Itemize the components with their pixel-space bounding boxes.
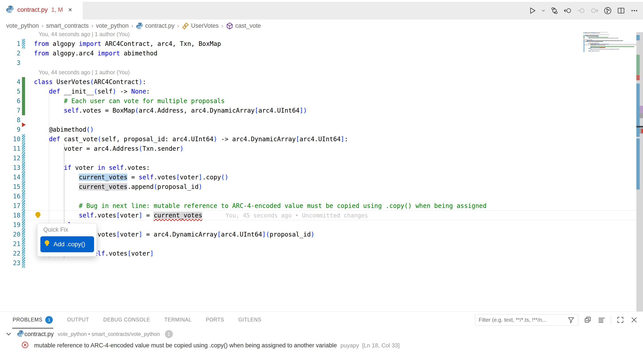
- minimap-line: [590, 46, 634, 47]
- line-number[interactable]: 21: [0, 240, 21, 248]
- line-number[interactable]: 11: [0, 145, 21, 152]
- view-as-table-icon[interactable]: [597, 316, 606, 324]
- line-number[interactable]: 2: [0, 50, 21, 57]
- open-changes-icon[interactable]: [563, 6, 573, 16]
- minimap-line: [598, 41, 603, 42]
- minimap-line: [590, 44, 596, 44]
- line-number[interactable]: 5: [0, 88, 21, 95]
- code-line-4[interactable]: 4class UserVotes(ARC4Contract):: [0, 77, 643, 87]
- file-history-icon[interactable]: [603, 6, 613, 16]
- line-number[interactable]: 12: [0, 154, 21, 162]
- code-line-1[interactable]: 1from algopy import ARC4Contract, arc4, …: [0, 39, 643, 48]
- code-line-14[interactable]: 14 current_votes = self.votes[voter].cop…: [0, 172, 643, 182]
- breadcrumb-label: smart_contracts: [46, 22, 89, 29]
- line-number[interactable]: 10: [0, 136, 21, 143]
- line-number[interactable]: 18: [0, 212, 21, 219]
- code-line-17[interactable]: 17 # Bug in next line: mutable reference…: [0, 201, 643, 210]
- gutter-hatch-decoration: [22, 182, 25, 192]
- line-number[interactable]: 6: [0, 97, 21, 105]
- code-line-6[interactable]: 6 # Each user can vote for multiple prop…: [0, 96, 643, 106]
- code-token: (): [86, 126, 94, 133]
- line-number[interactable]: 13: [0, 164, 21, 171]
- panel-tab-terminal[interactable]: TERMINAL: [164, 312, 192, 328]
- chevron-down-icon[interactable]: [5, 330, 13, 338]
- line-number[interactable]: 9: [0, 126, 21, 133]
- code-line-13[interactable]: 13 if voter in self.votes:: [0, 163, 643, 172]
- code-token: ]: [150, 250, 154, 257]
- inline-blame: You, 45 seconds ago • Uncommitted change…: [226, 212, 368, 219]
- code-line-2[interactable]: 2from algopy.arc4 import abimethod: [0, 48, 643, 58]
- line-number[interactable]: 23: [0, 259, 21, 267]
- code-token: (): [221, 174, 228, 181]
- breadcrumb-item-smart-contracts[interactable]: smart_contracts: [46, 22, 89, 29]
- maximize-panel-icon[interactable]: [616, 316, 625, 324]
- problems-filter[interactable]: [475, 314, 578, 326]
- quick-fix-add-copy-action[interactable]: Add .copy(): [40, 236, 94, 252]
- code-line-12[interactable]: 12: [0, 154, 643, 163]
- code-editor[interactable]: You, 44 seconds ago | 1 author (You)1fro…: [0, 32, 643, 312]
- line-number[interactable]: 22: [0, 250, 21, 257]
- minimap-line: [598, 35, 598, 36]
- gutter-hatch-decoration: [22, 220, 25, 230]
- code-line-7[interactable]: 7 self.votes = BoxMap(arc4.Address, arc4…: [0, 106, 643, 115]
- tab-contract-py[interactable]: contract.py 1, M ×: [0, 0, 83, 20]
- code-token: Txn.sender: [142, 145, 180, 152]
- code-token: voter: [120, 231, 139, 238]
- more-actions-icon[interactable]: [629, 6, 639, 16]
- code-line-9[interactable]: 9 @abimethod(): [0, 125, 643, 134]
- run-icon[interactable]: [527, 6, 537, 16]
- line-number[interactable]: 4: [0, 78, 21, 86]
- line-number[interactable]: 7: [0, 107, 21, 114]
- compare-changes-icon[interactable]: [549, 6, 560, 16]
- minimap-line: [590, 49, 592, 50]
- collapse-all-icon[interactable]: [583, 316, 592, 324]
- breadcrumb-item-vote-python[interactable]: vote_python: [6, 22, 39, 29]
- line-number[interactable]: 20: [0, 231, 21, 238]
- code-line-18[interactable]: 18 self.votes[voter] = current_votesYou,…: [0, 210, 643, 220]
- line-number[interactable]: 17: [0, 202, 21, 210]
- line-number[interactable]: 14: [0, 174, 21, 181]
- code-line-10[interactable]: 10 def cast_vote(self, proposal_id: arc4…: [0, 134, 643, 144]
- panel-tab-output[interactable]: OUTPUT: [67, 312, 89, 328]
- line-number[interactable]: 19: [0, 221, 21, 228]
- breadcrumb-item-uservotes[interactable]: UserVotes: [182, 22, 219, 30]
- breadcrumb-item-cast-vote[interactable]: cast_vote: [226, 22, 261, 30]
- code-line-8[interactable]: 8: [0, 115, 643, 125]
- line-number[interactable]: 15: [0, 183, 21, 190]
- panel-tab-debug-console[interactable]: DEBUG CONSOLE: [103, 312, 151, 328]
- run-dropdown[interactable]: [540, 6, 546, 16]
- line-number[interactable]: 1: [0, 40, 21, 48]
- breadcrumb-item-contract-py[interactable]: contract.py: [136, 22, 174, 30]
- breadcrumb-item-vote-python[interactable]: vote_python: [96, 22, 129, 29]
- minimap-line: [605, 45, 605, 45]
- panel-tab-ports[interactable]: PORTS: [205, 312, 224, 328]
- problems-file-row[interactable]: contract.py vote_python • smart_contract…: [0, 328, 643, 340]
- line-number[interactable]: 8: [0, 116, 21, 124]
- problem-row[interactable]: mutable reference to ARC-4-encoded value…: [0, 340, 643, 351]
- line-number[interactable]: 16: [0, 193, 21, 200]
- close-panel-icon[interactable]: [630, 316, 638, 324]
- panel-tab-problems[interactable]: PROBLEMS1: [12, 312, 53, 328]
- minimap-line: [595, 33, 600, 33]
- code-token: self: [109, 164, 124, 171]
- minimap[interactable]: [583, 32, 636, 312]
- code-line-5[interactable]: 5 def __init__(self) -> None:: [0, 87, 643, 96]
- code-line-16[interactable]: 16: [0, 192, 643, 201]
- code-line-23[interactable]: 23: [0, 258, 643, 268]
- lightbulb-icon[interactable]: [34, 212, 42, 220]
- problems-file-name: contract.py: [25, 331, 54, 338]
- code-line-15[interactable]: 15 current_votes.append(proposal_id): [0, 182, 643, 192]
- problem-message: mutable reference to ARC-4-encoded value…: [34, 342, 337, 349]
- tab-close-icon[interactable]: ×: [68, 6, 72, 13]
- code-line-3[interactable]: 3: [0, 58, 643, 68]
- problems-filter-input[interactable]: [479, 317, 567, 323]
- code-token: arc4.UInt64: [299, 136, 341, 143]
- code-token: cast_vote: [60, 136, 98, 143]
- overview-ruler[interactable]: [636, 32, 643, 312]
- split-editor-icon[interactable]: [616, 6, 626, 16]
- panel-tab-gitlens[interactable]: GITLENS: [238, 312, 262, 328]
- line-number[interactable]: 3: [0, 59, 21, 66]
- panel-tab-label: DEBUG CONSOLE: [103, 317, 150, 323]
- code-token: def: [49, 88, 60, 95]
- code-line-11[interactable]: 11 voter = arc4.Address(Txn.sender): [0, 144, 643, 154]
